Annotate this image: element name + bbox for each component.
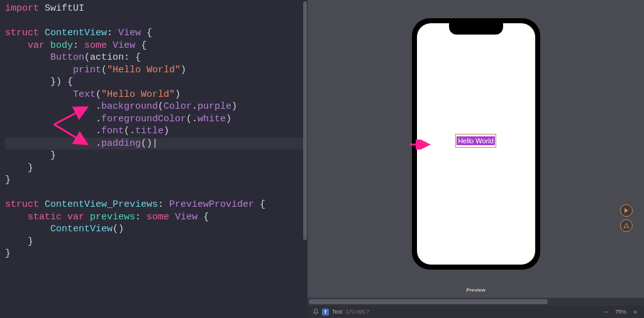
inspect-preview-button[interactable] bbox=[620, 219, 633, 232]
preview-toolbar bbox=[620, 204, 633, 232]
preview-button[interactable]: Hello World bbox=[457, 136, 495, 145]
selection-type-badge: T bbox=[322, 309, 329, 315]
selection-outline[interactable]: Hello World bbox=[455, 134, 496, 148]
zoom-level[interactable]: 75% bbox=[615, 309, 626, 315]
send-icon bbox=[623, 222, 630, 229]
phone-simulator: Hello World bbox=[412, 18, 540, 270]
zoom-out-button[interactable]: − bbox=[602, 307, 610, 317]
preview-label: Preview bbox=[466, 287, 485, 293]
play-preview-button[interactable] bbox=[620, 204, 633, 217]
preview-horizontal-scrollbar[interactable] bbox=[308, 298, 644, 305]
status-bar: T Text 171×65.7 − 75% + bbox=[308, 305, 644, 318]
play-icon bbox=[624, 208, 629, 213]
phone-notch bbox=[449, 23, 503, 35]
zoom-in-button[interactable]: + bbox=[631, 307, 639, 317]
selection-dimensions: 171×65.7 bbox=[345, 309, 369, 315]
editor-vertical-scrollbar[interactable] bbox=[303, 0, 308, 318]
code-editor[interactable]: import SwiftUI struct ContentView: View … bbox=[0, 0, 308, 318]
selection-name: Text bbox=[332, 309, 343, 315]
phone-screen: Hello World bbox=[417, 23, 535, 265]
pin-icon[interactable] bbox=[313, 309, 319, 315]
preview-panel: Hello World Preview T Text 171×65. bbox=[308, 0, 644, 318]
preview-canvas[interactable]: Hello World bbox=[308, 0, 644, 282]
